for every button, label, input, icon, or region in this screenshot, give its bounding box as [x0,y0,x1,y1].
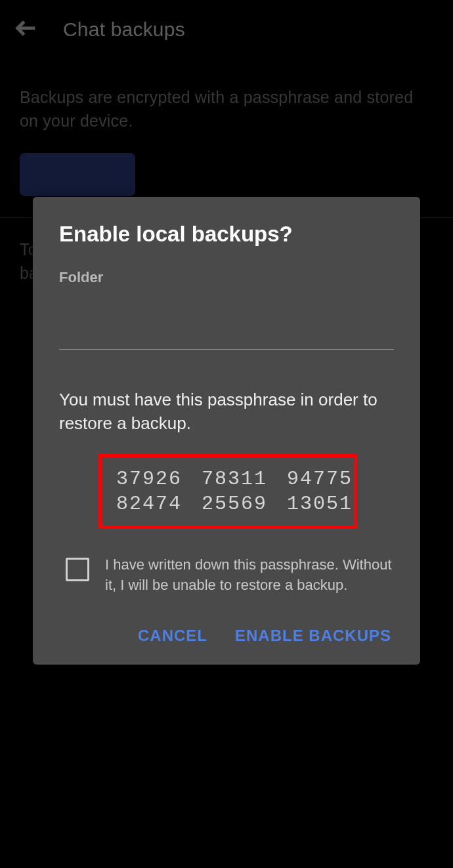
acknowledge-text: I have written down this passphrase. Wit… [105,555,394,596]
passphrase-group: 25569 [202,493,267,515]
enable-backups-button[interactable]: Enable backups [235,627,391,645]
enable-local-backups-dialog: Enable local backups? Folder You must ha… [33,197,420,665]
passphrase-group: 94775 [287,468,353,490]
passphrase-group: 37926 [116,468,182,490]
acknowledge-row: I have written down this passphrase. Wit… [59,555,394,596]
acknowledge-checkbox[interactable] [66,558,89,581]
passphrase-group: 82474 [116,493,182,515]
passphrase-grid: 37926 78311 94775 82474 25569 13051 [116,468,339,515]
dialog-title: Enable local backups? [59,222,394,247]
passphrase-group: 13051 [287,493,353,515]
dialog-actions: Cancel Enable backups [59,627,394,645]
folder-label: Folder [59,269,394,286]
passphrase-group: 78311 [202,468,267,490]
folder-field[interactable] [59,290,394,350]
cancel-button[interactable]: Cancel [138,627,207,645]
passphrase-highlight-box: 37926 78311 94775 82474 25569 13051 [98,454,357,529]
passphrase-notice: You must have this passphrase in order t… [59,388,394,436]
